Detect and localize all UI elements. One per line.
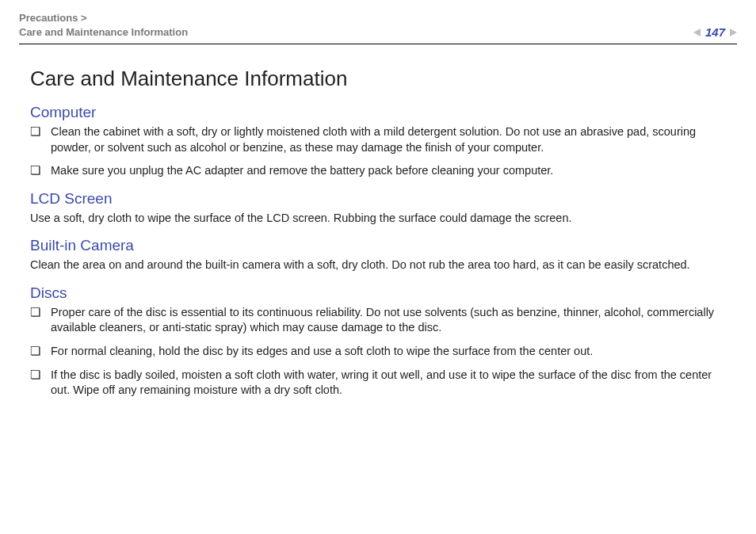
bullet-icon: ❏ <box>30 163 41 179</box>
list-item-text: Clean the cabinet with a soft, dry or li… <box>51 124 726 155</box>
list-item: ❏ If the disc is badly soiled, moisten a… <box>30 368 726 399</box>
list-item: ❏ Proper care of the disc is essential t… <box>30 305 726 336</box>
breadcrumb-top: Precautions > <box>19 11 188 25</box>
bullet-icon: ❏ <box>30 124 41 155</box>
bullet-icon: ❏ <box>30 344 41 360</box>
list-item-text: If the disc is badly soiled, moisten a s… <box>51 368 726 399</box>
list-item: ❏ Clean the cabinet with a soft, dry or … <box>30 124 726 155</box>
breadcrumb-bottom: Care and Maintenance Information <box>19 25 188 40</box>
content-area: Care and Maintenance Information Compute… <box>19 44 737 399</box>
bullet-icon: ❏ <box>30 368 41 399</box>
list-item-text: For normal cleaning, hold the disc by it… <box>51 344 593 360</box>
computer-list: ❏ Clean the cabinet with a soft, dry or … <box>30 124 726 179</box>
section-heading-camera: Built-in Camera <box>30 237 726 254</box>
page-number: 147 <box>705 25 725 39</box>
list-item-text: Make sure you unplug the AC adapter and … <box>51 163 553 179</box>
section-heading-computer: Computer <box>30 104 726 121</box>
prev-page-icon[interactable] <box>693 29 701 36</box>
page-header: Precautions > Care and Maintenance Infor… <box>19 11 737 44</box>
breadcrumb: Precautions > Care and Maintenance Infor… <box>19 11 188 39</box>
page-title: Care and Maintenance Information <box>30 67 726 91</box>
bullet-icon: ❏ <box>30 305 41 336</box>
section-heading-discs: Discs <box>30 284 726 302</box>
next-page-icon[interactable] <box>730 29 737 36</box>
list-item: ❏ Make sure you unplug the AC adapter an… <box>30 163 726 179</box>
discs-list: ❏ Proper care of the disc is essential t… <box>30 305 726 399</box>
list-item: ❏ For normal cleaning, hold the disc by … <box>30 344 726 360</box>
lcd-body: Use a soft, dry cloth to wipe the surfac… <box>30 211 726 227</box>
camera-body: Clean the area on and around the built-i… <box>30 257 726 273</box>
section-heading-lcd: LCD Screen <box>30 190 726 208</box>
page-number-nav: 147 <box>693 25 737 39</box>
list-item-text: Proper care of the disc is essential to … <box>51 305 726 336</box>
